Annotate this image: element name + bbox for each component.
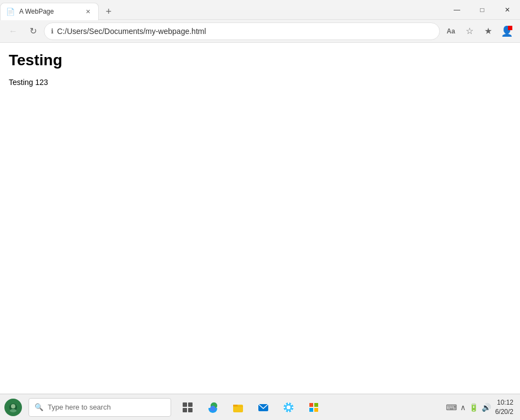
address-bar[interactable]: ℹ C:/Users/Sec/Documents/my-webpage.html [44, 22, 440, 40]
page-heading: Testing [9, 52, 511, 69]
svg-rect-13 [309, 403, 313, 407]
nav-bar: ← ↻ ℹ C:/Users/Sec/Documents/my-webpage.… [0, 20, 520, 43]
search-input-placeholder: Type here to search [48, 403, 111, 411]
tab-title: A WebPage [19, 8, 78, 15]
page-body: Testing 123 [9, 78, 511, 87]
new-tab-button[interactable]: + [101, 4, 116, 20]
sys-tray: ⌨ ∧ 🔋 🔊 [446, 403, 491, 412]
start-button[interactable] [0, 394, 26, 421]
svg-rect-15 [309, 408, 313, 412]
browser-tab[interactable]: 📄 A WebPage ✕ [0, 3, 99, 20]
maximize-button[interactable]: □ [470, 0, 495, 20]
svg-point-7 [210, 406, 216, 411]
back-button[interactable]: ← [4, 22, 22, 40]
read-aloud-button[interactable]: Aa [442, 22, 460, 40]
svg-rect-3 [183, 402, 187, 407]
tab-icon: 📄 [6, 8, 15, 16]
tab-bar: 📄 A WebPage ✕ + [0, 0, 444, 20]
start-icon [4, 399, 22, 416]
lock-icon: ℹ [51, 27, 54, 35]
svg-point-2 [10, 409, 16, 412]
svg-rect-14 [314, 403, 318, 407]
task-view-button[interactable] [176, 395, 200, 419]
minimize-button[interactable]: — [444, 0, 470, 20]
taskbar: 🔍 Type here to search [0, 394, 520, 420]
keyboard-icon[interactable]: ⌨ [446, 403, 457, 412]
svg-point-1 [11, 404, 15, 408]
close-button[interactable]: ✕ [495, 0, 520, 20]
edge-button[interactable] [201, 395, 225, 419]
volume-icon[interactable]: 🔊 [482, 403, 491, 412]
tab-close-button[interactable]: ✕ [83, 7, 93, 16]
svg-rect-9 [233, 405, 238, 406]
up-arrow-icon[interactable]: ∧ [460, 403, 466, 412]
window-controls: — □ ✕ [444, 0, 520, 20]
store-button[interactable] [302, 395, 326, 419]
battery-icon[interactable]: 🔋 [469, 403, 478, 412]
nav-actions: Aa ☆ ★ 👤 [442, 22, 516, 40]
profile-button[interactable]: 👤 [498, 22, 516, 40]
favorites-button[interactable]: ☆ [461, 22, 478, 40]
address-text: C:/Users/Sec/Documents/my-webpage.html [57, 27, 433, 36]
svg-rect-5 [183, 408, 187, 412]
svg-rect-6 [188, 408, 193, 412]
svg-rect-16 [314, 408, 318, 412]
taskbar-right: ⌨ ∧ 🔋 🔊 10:12 6/20/2 [446, 398, 520, 417]
clock-time: 10:12 [495, 398, 513, 407]
content-area: Testing Testing 123 [0, 43, 520, 398]
taskbar-apps [176, 395, 326, 419]
refresh-button[interactable]: ↻ [24, 22, 42, 40]
search-bar[interactable]: 🔍 Type here to search [29, 398, 171, 417]
svg-point-12 [287, 405, 291, 409]
settings-button[interactable] [276, 395, 301, 419]
clock-date: 6/20/2 [495, 407, 513, 417]
file-explorer-button[interactable] [226, 395, 250, 419]
clock[interactable]: 10:12 6/20/2 [493, 398, 516, 417]
mail-button[interactable] [251, 395, 275, 419]
title-bar: 📄 A WebPage ✕ + — □ ✕ [0, 0, 520, 20]
collections-button[interactable]: ★ [479, 22, 497, 40]
svg-rect-4 [188, 402, 193, 407]
search-icon: 🔍 [35, 403, 43, 411]
